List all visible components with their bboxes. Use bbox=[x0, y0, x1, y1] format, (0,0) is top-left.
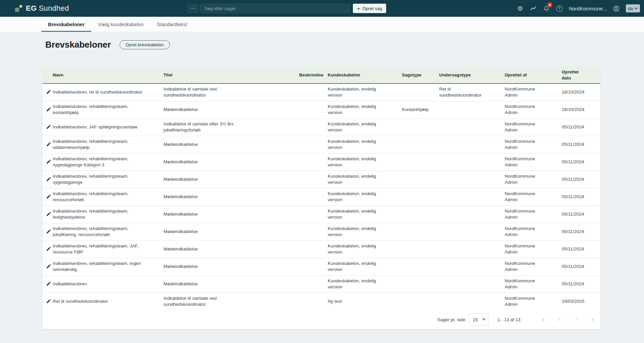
tab-standardtekst[interactable]: Standardtekst bbox=[150, 17, 193, 32]
cell-oprettet-dato: 05/11/2024 bbox=[562, 229, 600, 235]
settings-gear-icon[interactable]: ⚙ bbox=[516, 5, 524, 12]
activity-pulse-icon[interactable] bbox=[530, 5, 537, 12]
column-beskrivelse: Beskrivelse bbox=[299, 67, 328, 83]
first-page-icon[interactable] bbox=[540, 316, 547, 323]
column-titel: Titel bbox=[164, 67, 299, 83]
table-row[interactable]: Indkaldelsesbrev, JAF opfølgningssamtale… bbox=[43, 118, 600, 136]
cell-oprettet-dato: 05/11/2024 bbox=[562, 211, 600, 217]
table-row[interactable]: Indkaldelsesbrev Mødeindkaldelse Kundesk… bbox=[43, 275, 600, 293]
cell-oprettet-dato: 05/11/2024 bbox=[562, 176, 600, 182]
cell-kundeskabelon: Kundeskabelon, endelig version bbox=[328, 243, 381, 255]
table-row[interactable]: Indkaldelsesbrev, rehabiliteringsteam, k… bbox=[43, 101, 600, 118]
cell-kundeskabelon: Kundeskabelon, endelig version bbox=[328, 121, 381, 133]
app-logo[interactable]: EGSundhed bbox=[15, 0, 69, 17]
cell-navn: Indkaldelsesbrev, rehabiliteringsteam, J… bbox=[53, 243, 157, 255]
more-options-button[interactable]: ⋯ bbox=[187, 4, 198, 13]
help-icon[interactable]: ? bbox=[556, 5, 563, 12]
edit-pencil-icon[interactable] bbox=[45, 89, 52, 95]
cell-navn: Indkaldelsesbrev, rehabiliteringsteam, i… bbox=[53, 261, 157, 273]
cell-navn: Indkaldelsesbrev, rehabiliteringsteam, k… bbox=[53, 104, 157, 116]
edit-pencil-icon[interactable] bbox=[45, 158, 52, 165]
edit-pencil-icon[interactable] bbox=[45, 263, 52, 270]
pagination-bar: Sager pr. side 15 1 - 13 af 13 bbox=[43, 310, 600, 329]
edit-pencil-icon[interactable] bbox=[45, 280, 52, 287]
edit-pencil-icon[interactable] bbox=[45, 106, 52, 113]
cell-titel: Mødeindkaldelse bbox=[164, 176, 247, 182]
edit-pencil-icon[interactable] bbox=[45, 211, 52, 217]
table-row[interactable]: Indkaldelsesbrev, rehabiliteringsteam, l… bbox=[43, 206, 600, 223]
edit-pencil-icon[interactable] bbox=[45, 228, 52, 235]
pagination-range: 1 - 13 af 13 bbox=[498, 317, 520, 322]
cell-kundeskabelon: Kundeskabelon, endelig version bbox=[328, 278, 381, 290]
cell-kundeskabelon: Kundeskabelon, endelig version bbox=[328, 104, 381, 116]
cell-titel: Indkaldelse til samtale efter 3½ års job… bbox=[164, 121, 247, 133]
cell-titel: Mødeindkaldelse bbox=[164, 246, 247, 252]
cell-titel: Mødeindkaldelse bbox=[164, 159, 247, 165]
cell-kundeskabelon: Kundeskabelon, endelig version bbox=[328, 156, 381, 168]
cell-titel: Mødeindkaldelse bbox=[164, 107, 247, 113]
cell-kundeskabelon: Kundeskabelon, endelig version bbox=[328, 226, 381, 238]
edit-pencil-icon[interactable] bbox=[45, 141, 52, 148]
table-row[interactable]: Indkaldelsesbrev, rehabiliteringsteam, r… bbox=[43, 188, 600, 206]
column-oprettet-dato: Oprettet dato bbox=[562, 67, 600, 83]
cell-oprettet-af: NordKommune Admin bbox=[505, 208, 538, 220]
cell-oprettet-dato: 19/03/2025 bbox=[562, 298, 600, 304]
table-row[interactable]: Indkaldelsesbrev, rehabiliteringsteam, u… bbox=[43, 136, 600, 153]
cell-navn: Indkaldelsesbrev, rehabiliteringsteam, u… bbox=[53, 138, 157, 151]
create-case-button[interactable]: + Opret sag bbox=[353, 4, 386, 13]
cell-navn: Indkaldelsesbrev bbox=[53, 281, 157, 287]
top-bar: EGSundhed ⋯ + Opret sag ⚙ 9 ? NordKomm bbox=[0, 0, 644, 17]
column-icon bbox=[43, 67, 53, 83]
cell-navn: Ret til sundhedskoordinator bbox=[53, 298, 157, 304]
table-header: Navn Titel Beskrivelse Kundeskabelon Sag… bbox=[43, 67, 600, 83]
edit-pencil-icon[interactable] bbox=[45, 123, 52, 130]
cell-oprettet-af: NordKommune Admin bbox=[505, 261, 538, 273]
column-undersagstype: Undersagstype bbox=[439, 67, 505, 83]
edit-pencil-icon[interactable] bbox=[45, 193, 52, 200]
column-oprettet-af: Oprettet af bbox=[505, 67, 562, 83]
language-selector[interactable]: da bbox=[626, 4, 640, 12]
table-row[interactable]: Indkaldelsesbrev, rehabiliteringsteam, J… bbox=[43, 240, 600, 258]
edit-pencil-icon[interactable] bbox=[45, 176, 52, 182]
cell-titel: Mødeindkaldelse bbox=[164, 141, 247, 148]
last-page-icon[interactable] bbox=[588, 316, 596, 323]
notifications-bell-icon[interactable]: 9 bbox=[543, 5, 550, 12]
cell-oprettet-dato: 05/11/2024 bbox=[562, 281, 600, 287]
next-page-icon[interactable] bbox=[572, 316, 580, 323]
cell-oprettet-dato: 05/11/2024 bbox=[562, 264, 600, 270]
edit-pencil-icon[interactable] bbox=[45, 298, 52, 304]
cell-sagstype: Kontanthjælp bbox=[402, 107, 439, 113]
cell-navn: Indkaldelsesbrev, ret til sundhedskoordi… bbox=[53, 89, 157, 95]
cell-titel: Mødeindkaldelse bbox=[164, 264, 247, 270]
cell-oprettet-dato: 05/11/2024 bbox=[562, 141, 600, 148]
page-title: Brevskabeloner bbox=[45, 40, 111, 50]
cell-navn: Indkaldelsesbrev, rehabiliteringsteam, s… bbox=[53, 173, 157, 185]
cell-kundeskabelon: Kundeskabelon, endelig version bbox=[328, 261, 381, 273]
tenant-name[interactable]: NordKommune... bbox=[569, 6, 607, 11]
cell-kundeskabelon: Ny test bbox=[328, 298, 381, 304]
cell-titel: Mødeindkaldelse bbox=[164, 281, 247, 287]
table-row[interactable]: Ret til sundhedskoordinator Indkaldelse … bbox=[43, 293, 600, 310]
table-row[interactable]: Indkaldelsesbrev, ret til sundhedskoordi… bbox=[43, 83, 600, 101]
previous-page-icon[interactable] bbox=[556, 316, 563, 323]
cell-oprettet-dato: 18/10/2024 bbox=[562, 107, 600, 113]
table-row[interactable]: Indkaldelsesbrev, rehabiliteringsteam, s… bbox=[43, 153, 600, 171]
cell-oprettet-af: NordKommune Admin bbox=[505, 86, 538, 98]
table-row[interactable]: Indkaldelsesbrev, rehabiliteringsteam, i… bbox=[43, 258, 600, 275]
edit-pencil-icon[interactable] bbox=[45, 245, 52, 252]
tab-brevskabeloner[interactable]: Brevskabeloner bbox=[41, 17, 91, 32]
cell-oprettet-af: NordKommune Admin bbox=[505, 278, 538, 290]
per-page-select[interactable]: 15 bbox=[469, 313, 489, 326]
search-input[interactable] bbox=[200, 4, 350, 13]
per-page-label: Sager pr. side bbox=[437, 317, 465, 322]
account-icon[interactable] bbox=[613, 5, 620, 12]
cell-oprettet-dato: 05/11/2024 bbox=[562, 194, 600, 200]
table-row[interactable]: Indkaldelsesbrev, rehabiliteringsteam, j… bbox=[43, 223, 600, 240]
cell-kundeskabelon: Kundeskabelon, endelig version bbox=[328, 191, 381, 203]
cell-oprettet-af: NordKommune Admin bbox=[505, 121, 538, 133]
cell-oprettet-af: NordKommune Admin bbox=[505, 104, 538, 116]
column-kundeskabelon: Kundeskabelon bbox=[328, 67, 402, 83]
tab-vaelg-kundeskabelon[interactable]: Vælg kundeskabelon bbox=[91, 17, 150, 32]
table-row[interactable]: Indkaldelsesbrev, rehabiliteringsteam, s… bbox=[43, 171, 600, 188]
create-template-button[interactable]: Opret brevskabelon bbox=[120, 40, 170, 49]
